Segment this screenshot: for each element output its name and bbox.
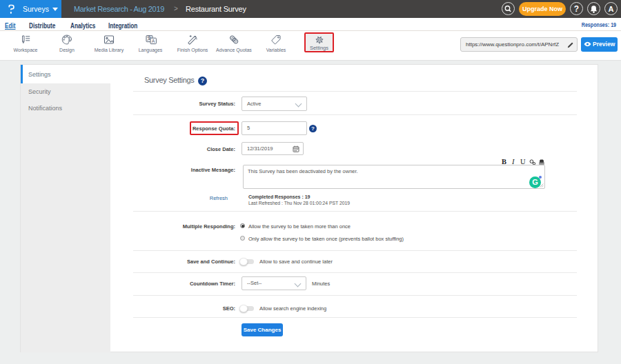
svg-text:A: A: [152, 39, 155, 43]
